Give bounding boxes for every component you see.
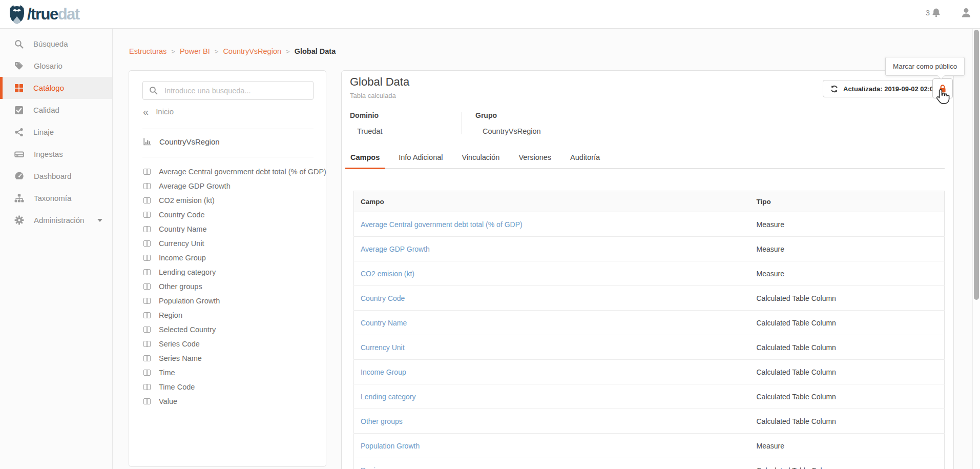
tab-vinculacion[interactable]: Vinculación [462, 148, 499, 168]
breadcrumb-link-countryvsregion[interactable]: CountryVsRegion [223, 47, 281, 55]
meta-section: Dominio Truedat Grupo CountryVsRegion [350, 111, 541, 135]
updated-label: Actualizada: 2019-09-02 02:00 [843, 85, 937, 93]
field-list-item[interactable]: Other groups [129, 279, 326, 294]
truedat-logo[interactable]: /truedat [7, 4, 79, 25]
notification-count: 3 [926, 8, 930, 17]
field-list-item[interactable]: CO2 emision (kt) [129, 193, 326, 208]
bell-icon [931, 8, 941, 17]
double-chevron-left-icon: « [143, 108, 149, 115]
explorer-parent-countryvsregion[interactable]: CountryVsRegion [143, 137, 220, 146]
field-link[interactable]: Currency Unit [361, 343, 405, 352]
field-list-item[interactable]: Value [129, 394, 326, 409]
vertical-scrollbar[interactable] [972, 29, 980, 469]
field-list-item[interactable]: Series Code [129, 337, 326, 351]
field-list-item[interactable]: Country Name [129, 222, 326, 236]
table-column-icon [143, 327, 151, 333]
breadcrumb-link-estructuras[interactable]: Estructuras [129, 47, 166, 55]
logo-wordmark: /truedat [27, 5, 79, 24]
user-menu-button[interactable] [960, 7, 972, 21]
search-icon [14, 39, 24, 49]
field-link[interactable]: CO2 emision (kt) [361, 270, 414, 278]
table-column-icon [143, 183, 151, 189]
breadcrumb-current: Global Data [295, 47, 336, 55]
field-list-item[interactable]: Average GDP Growth [129, 179, 326, 193]
field-link[interactable]: Country Code [361, 294, 405, 302]
tab-info-adicional[interactable]: Info Adicional [399, 148, 443, 168]
tab-campos[interactable]: Campos [350, 148, 380, 168]
field-list-item[interactable]: Lending category [129, 265, 326, 279]
meta-dominio: Dominio Truedat [350, 111, 462, 135]
column-header-tipo: Tipo [750, 191, 945, 212]
field-list-item[interactable]: Average Central government debt total (%… [129, 165, 326, 179]
field-list-item[interactable]: Time Code [129, 380, 326, 394]
detail-tabs: Campos Info Adicional Vinculación Versio… [350, 148, 945, 169]
table-row: CO2 emision (kt)Measure [354, 261, 945, 286]
drive-icon [14, 150, 24, 159]
field-type: Measure [750, 261, 945, 286]
field-type: Calculated Table Column [750, 286, 945, 311]
table-column-icon [143, 169, 151, 175]
field-list-item[interactable]: Currency Unit [129, 236, 326, 251]
field-list-item[interactable]: Series Name [129, 351, 326, 365]
field-list-item[interactable]: Selected Country [129, 322, 326, 337]
gear-icon [14, 215, 24, 225]
table-column-icon [143, 312, 151, 318]
sidebar-item-busqueda[interactable]: Búsqueda [0, 33, 112, 55]
main-sidebar: Búsqueda Glosario Catálogo Calidad [0, 29, 113, 469]
tab-versiones[interactable]: Versiones [518, 148, 551, 168]
field-list-item[interactable]: Region [129, 308, 326, 322]
table-row: Country CodeCalculated Table Column [354, 286, 945, 311]
sidebar-item-calidad[interactable]: Calidad [0, 99, 112, 121]
field-link[interactable]: Region [361, 466, 383, 469]
notifications-button[interactable]: 3 [926, 8, 941, 17]
table-column-icon [143, 212, 151, 218]
field-link[interactable]: Population Growth [361, 442, 420, 450]
table-row: Currency UnitCalculated Table Column [354, 335, 945, 360]
table-row: Other groupsCalculated Table Column [354, 409, 945, 434]
field-link[interactable]: Income Group [361, 368, 406, 376]
table-column-icon [143, 255, 151, 261]
table-column-icon [143, 398, 151, 404]
field-type: Calculated Table Column [750, 311, 945, 335]
sidebar-item-administracion[interactable]: Administración [0, 209, 112, 231]
breadcrumb-separator: > [215, 48, 219, 55]
field-link[interactable]: Average GDP Growth [361, 245, 430, 253]
gauge-icon [14, 171, 24, 181]
refresh-updated-button[interactable]: Actualizada: 2019-09-02 02:00 [823, 80, 945, 97]
tag-icon [14, 61, 24, 71]
owl-logo-icon [7, 4, 27, 25]
search-input[interactable] [163, 86, 307, 95]
field-type: Measure [750, 212, 945, 237]
scrollbar-thumb[interactable] [974, 30, 979, 300]
table-column-icon [143, 226, 151, 232]
sidebar-item-catalogo[interactable]: Catálogo [0, 77, 112, 99]
page-title: Global Data [350, 75, 409, 89]
sidebar-item-ingestas[interactable]: Ingestas [0, 143, 112, 165]
sidebar-item-dashboard[interactable]: Dashboard [0, 165, 112, 187]
column-header-campo: Campo [354, 191, 750, 212]
table-column-icon [143, 341, 151, 347]
sidebar-item-linaje[interactable]: Linaje [0, 121, 112, 143]
field-list-item[interactable]: Population Growth [129, 294, 326, 308]
sidebar-item-taxonomia[interactable]: Taxonomía [0, 187, 112, 209]
table-row: Country NameCalculated Table Column [354, 311, 945, 335]
tab-auditoria[interactable]: Auditoría [570, 148, 600, 168]
field-link[interactable]: Other groups [361, 417, 403, 425]
field-type: Measure [750, 237, 945, 261]
explorer-search-box [142, 81, 314, 100]
field-list-item[interactable]: Income Group [129, 251, 326, 265]
sidebar-item-glosario[interactable]: Glosario [0, 55, 112, 77]
field-list-item[interactable]: Time [129, 365, 326, 380]
field-list-item[interactable]: Country Code [129, 208, 326, 222]
breadcrumb-link-powerbi[interactable]: Power BI [180, 47, 210, 55]
field-type: Calculated Table Column [750, 335, 945, 360]
chevron-down-icon [97, 219, 102, 222]
tooltip-caret [937, 75, 945, 79]
tooltip-text: Marcar como público [893, 63, 957, 70]
field-link[interactable]: Average Central government debt total (%… [361, 220, 523, 229]
explorer-back-home[interactable]: « Inicio [143, 107, 174, 116]
field-link[interactable]: Lending category [361, 393, 415, 401]
field-link[interactable]: Country Name [361, 319, 407, 327]
table-row: Lending categoryCalculated Table Column [354, 384, 945, 409]
parent-label: CountryVsRegion [159, 137, 220, 146]
